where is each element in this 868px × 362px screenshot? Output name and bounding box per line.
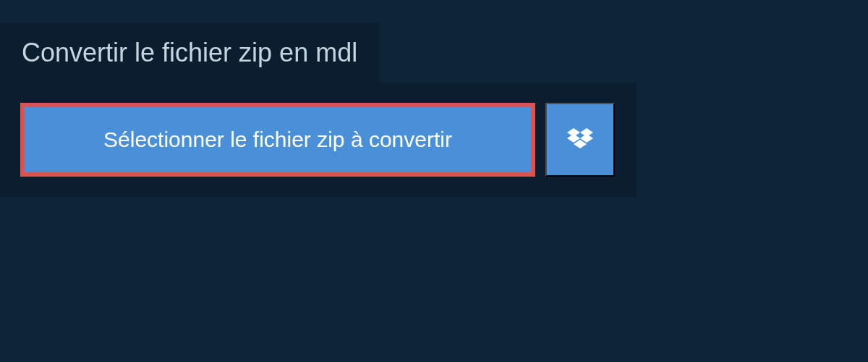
page-title: Convertir le fichier zip en mdl [22, 38, 357, 68]
select-file-button[interactable]: Sélectionner le fichier zip à convertir [20, 103, 535, 177]
dropbox-icon [567, 128, 593, 151]
upload-panel: Sélectionner le fichier zip à convertir [0, 83, 637, 197]
button-row: Sélectionner le fichier zip à convertir [20, 103, 616, 177]
dropbox-button[interactable] [545, 103, 615, 177]
header-tab: Convertir le fichier zip en mdl [0, 23, 379, 83]
select-file-label: Sélectionner le fichier zip à convertir [103, 127, 452, 151]
